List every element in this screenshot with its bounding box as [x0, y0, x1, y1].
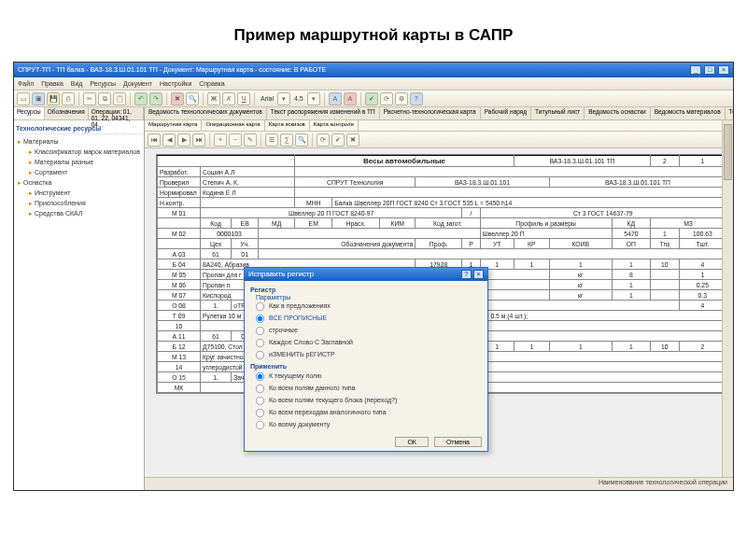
subtab-route[interactable]: Маршрутная карта [145, 120, 202, 131]
b04-v6[interactable]: 1 [612, 259, 650, 270]
minimize-icon[interactable]: _ [690, 65, 701, 75]
a03-v2[interactable]: 01 [232, 249, 259, 259]
opt-titlecase[interactable]: Каждое Слово С Заглавной [254, 339, 353, 345]
m02-prof[interactable]: Швеллер 20 П [480, 229, 612, 239]
m07-n[interactable]: 0.3 [679, 290, 726, 301]
menu-resources[interactable]: Ресурсы [90, 80, 116, 87]
dialog-help-icon[interactable]: ? [461, 270, 472, 279]
refresh2-icon[interactable]: ⟳ [317, 133, 330, 147]
tab-ved-osn[interactable]: Ведомость оснастки [585, 107, 651, 119]
undo-icon[interactable]: ↶ [134, 92, 148, 105]
opt-block[interactable]: Ко всем полям текущего блока (переход?) [254, 397, 397, 403]
b04-v7[interactable]: 10 [651, 259, 680, 270]
last-icon[interactable]: ⏭ [192, 133, 205, 147]
tab-ved-doc[interactable]: Ведомость технологических документов [145, 107, 267, 119]
refresh-icon[interactable]: ⟳ [380, 92, 393, 105]
edit-icon[interactable]: ✎ [244, 133, 257, 147]
menu-document[interactable]: Документ [123, 80, 152, 87]
tree-instrument[interactable]: Инструмент [16, 188, 142, 198]
check-icon[interactable]: ✔ [365, 92, 378, 105]
m06-q[interactable]: 1 [612, 280, 650, 290]
cancel-icon[interactable]: ✖ [346, 133, 359, 147]
m02-code[interactable]: 0000103 [201, 229, 259, 239]
help-icon[interactable]: ? [410, 92, 423, 105]
m01-right[interactable]: Ст 3 ГОСТ 14637-79 [480, 208, 726, 218]
gear-icon[interactable]: ⚙ [395, 92, 408, 105]
palette-icon[interactable]: A [329, 92, 342, 105]
b04-v5[interactable]: 1 [549, 259, 612, 270]
menubar[interactable]: Файл Правка Вид Ресурсы Документ Настрой… [14, 77, 733, 91]
ok-button[interactable]: ОК [395, 437, 429, 447]
m06-u[interactable]: кг [549, 280, 612, 290]
del-row-icon[interactable]: − [229, 133, 242, 147]
tree-fixtures[interactable]: Приспособления [16, 198, 142, 208]
m07-q[interactable]: 1 [612, 290, 650, 301]
tree-icon[interactable]: ☰ [265, 133, 278, 147]
opt-similar-steps[interactable]: Ко всем переходам аналогичного типа [254, 409, 387, 415]
m02-n1[interactable]: 5470 [612, 229, 650, 239]
main-toolbar[interactable]: ▭ ▣ 💾 ⎙ ✂ ⧉ 📋 ↶ ↷ ✖ 🔍 Ж К Ч Arial ▾ 4.5 … [14, 91, 733, 107]
val-prod[interactable]: Балка Швеллер 20П ГОСТ 8240 Ст 3 ГОСТ 53… [332, 198, 726, 208]
cut-icon[interactable]: ✂ [83, 92, 96, 105]
tab-notation[interactable]: Обозначения [45, 107, 89, 119]
vertical-scrollbar[interactable] [722, 120, 733, 477]
tab-rtk[interactable]: Расчетно-технологическая карта [380, 107, 481, 119]
opt-sentence[interactable]: Как в предложениях [254, 302, 331, 309]
tree-tooling[interactable]: Оснастка [16, 177, 142, 188]
val-norm[interactable]: Кодина Е Л [201, 188, 295, 198]
dialog-close-icon[interactable]: × [473, 270, 484, 279]
close-icon[interactable]: × [718, 65, 729, 75]
prev-icon[interactable]: ◀ [162, 133, 176, 147]
subtab-control[interactable]: Карта контроля [310, 120, 359, 131]
b12-v7[interactable]: 10 [651, 342, 680, 352]
m06-n[interactable]: 0.25 [679, 280, 726, 290]
bold-icon[interactable]: Ж [207, 92, 220, 105]
b12-v4[interactable]: 1 [514, 342, 549, 352]
cancel-button[interactable]: Отмена [434, 437, 482, 447]
a03-v1[interactable]: 61 [201, 249, 232, 259]
o08-q[interactable]: 4 [679, 301, 726, 311]
tree-materials-misc[interactable]: Материалы разные [16, 157, 142, 167]
subtab-sketch[interactable]: Карта эскизов [265, 120, 310, 131]
tab-operations[interactable]: Операции: 01, 01, 22, 04341, 04... [89, 107, 144, 119]
menu-help[interactable]: Справка [199, 80, 224, 87]
tree-skal[interactable]: Средства СКАЛ [16, 208, 142, 218]
m05-n[interactable]: 1 [679, 270, 726, 280]
scrollbar-thumb[interactable] [724, 124, 732, 180]
calc-icon[interactable]: ∑ [280, 133, 293, 147]
apply-icon[interactable]: ✔ [331, 133, 345, 147]
opt-toggle[interactable]: иЗМЕНИТЬ рЕГИСТР [254, 351, 335, 357]
menu-edit[interactable]: Правка [41, 80, 63, 87]
maximize-icon[interactable]: □ [704, 65, 715, 75]
b04-v4[interactable]: 1 [514, 259, 549, 270]
doc-toolbar[interactable]: ⏮ ◀ ▶ ⏭ + − ✎ ☰ ∑ 🔍 ⟳ ✔ ✖ [145, 132, 733, 148]
m02-n2[interactable]: 1 [651, 229, 680, 239]
tree-materials-sort[interactable]: Сортамент [16, 167, 142, 177]
first-icon[interactable]: ⏮ [148, 133, 161, 147]
opt-lower[interactable]: строчные [254, 327, 298, 333]
tab-change-order[interactable]: Текст распоряжения изменений в ТП [267, 107, 380, 119]
italic-icon[interactable]: К [222, 92, 235, 105]
b12-v6[interactable]: 1 [612, 342, 650, 352]
doc-subtabs[interactable]: Маршрутная карта Операционная карта Карт… [145, 120, 733, 132]
redo-icon[interactable]: ↷ [149, 92, 162, 105]
m05-u[interactable]: кг [549, 270, 612, 280]
opt-current-field[interactable]: К текущему полю [254, 372, 321, 379]
font-dropdown-icon[interactable]: ▾ [277, 92, 290, 105]
find-icon[interactable]: 🔍 [186, 92, 199, 105]
highlight-icon[interactable]: A [344, 92, 357, 105]
doc-type-tabs[interactable]: Ведомость технологических документов Тек… [145, 107, 733, 120]
subtab-oper[interactable]: Операционная карта [202, 120, 264, 131]
b12-v8[interactable]: 2 [679, 342, 726, 352]
tree-materials[interactable]: Материалы [16, 136, 142, 147]
font-name[interactable]: Arial [261, 95, 274, 102]
b04-v8[interactable]: 4 [679, 259, 726, 270]
tab-naryad[interactable]: Рабочий наряд [481, 107, 531, 119]
zoom-icon[interactable]: 🔍 [295, 133, 308, 147]
tab-resources[interactable]: Ресурсы [14, 107, 45, 119]
left-tabs[interactable]: Ресурсы Обозначения Операции: 01, 01, 22… [14, 107, 144, 120]
delete-icon[interactable]: ✖ [171, 92, 184, 105]
save-icon[interactable]: 💾 [47, 92, 60, 105]
resource-tree[interactable]: Технологические ресурсы Материалы Класси… [14, 120, 144, 490]
menu-view[interactable]: Вид [71, 80, 83, 87]
